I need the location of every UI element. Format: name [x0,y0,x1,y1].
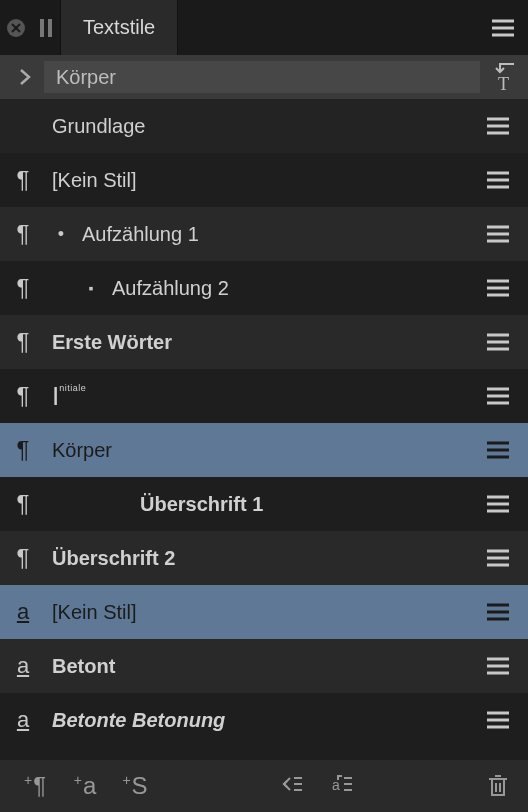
svg-rect-4 [48,19,52,37]
style-row[interactable]: aBetont [0,639,528,693]
hamburger-icon [487,117,509,135]
style-options-button[interactable] [478,117,518,135]
style-label: Erste Wörter [46,331,478,354]
tab-textstyles[interactable]: Textstile [60,0,178,55]
paragraph-style-icon: ¶ [0,166,46,194]
hamburger-icon [487,441,509,459]
style-label: Grundlage [46,115,478,138]
hamburger-icon [492,19,514,37]
create-nested-style-button[interactable] [269,774,319,798]
apply-style-button[interactable]: T [480,62,522,92]
update-style-icon: a [330,774,358,798]
close-panel-button[interactable] [0,0,32,55]
nested-style-icon [280,774,308,798]
hamburger-icon [487,657,509,675]
style-row[interactable]: ¶Körper [0,423,528,477]
hamburger-icon [487,225,509,243]
dock-toggle-button[interactable] [32,0,60,55]
style-row[interactable]: ¶•Aufzählung 1 [0,207,528,261]
style-label: Betonte Betonung [46,709,478,732]
style-label: Körper [46,439,478,462]
panel-menu-button[interactable] [478,0,528,55]
panel-tabbar: Textstile [0,0,528,55]
style-row[interactable]: ¶Überschrift 2 [0,531,528,585]
style-label: [Kein Stil] [46,601,478,624]
update-style-button[interactable]: a [319,774,369,798]
style-label: Überschrift 1 [134,493,478,516]
style-row[interactable]: aBetonte Betonung [0,693,528,747]
style-options-button[interactable] [478,549,518,567]
style-options-button[interactable] [478,387,518,405]
character-style-icon: a [0,707,46,733]
tab-label: Textstile [83,16,155,39]
style-row[interactable]: ¶[Kein Stil] [0,153,528,207]
add-character-style-button[interactable]: +a [60,772,110,800]
style-label: Aufzählung 2 [106,277,478,300]
panel-footer: +¶ +a +S a [0,760,528,812]
paragraph-style-icon: ¶ [0,328,46,356]
chevron-right-icon [19,68,31,86]
style-label: [Kein Stil] [46,169,478,192]
dock-icon [39,18,53,38]
hamburger-icon [487,711,509,729]
style-row[interactable]: Grundlage [0,99,528,153]
style-label: Initiale [46,381,478,412]
current-style-label: Körper [56,66,116,89]
svg-rect-3 [40,19,44,37]
character-style-icon: a [0,653,46,679]
style-row[interactable]: ¶▪Aufzählung 2 [0,261,528,315]
paragraph-style-icon: ¶ [0,382,46,410]
style-label: Betont [46,655,478,678]
style-row[interactable]: a[Kein Stil] [0,585,528,639]
hamburger-icon [487,603,509,621]
character-style-icon: a [0,599,46,625]
style-options-button[interactable] [478,603,518,621]
style-options-button[interactable] [478,333,518,351]
style-options-button[interactable] [478,441,518,459]
paragraph-style-icon: ¶ [0,220,46,248]
svg-text:T: T [498,74,509,92]
style-row[interactable]: ¶Erste Wörter [0,315,528,369]
hamburger-icon [487,333,509,351]
style-row[interactable]: ¶Überschrift 1 [0,477,528,531]
style-options-button[interactable] [478,279,518,297]
bullet-level1-icon: • [46,224,76,245]
delete-style-button[interactable] [478,773,518,799]
close-icon [6,18,26,38]
paragraph-style-icon: ¶ [0,436,46,464]
add-paragraph-style-button[interactable]: +¶ [10,772,60,800]
paragraph-style-icon: ¶ [0,274,46,302]
style-options-button[interactable] [478,171,518,189]
style-label: Aufzählung 1 [76,223,478,246]
paragraph-style-icon: ¶ [0,544,46,572]
paragraph-style-icon: ¶ [0,490,46,518]
current-style-field[interactable]: Körper [44,61,480,93]
apply-style-icon: T [486,62,516,92]
hamburger-icon [487,171,509,189]
trash-icon [486,773,510,799]
style-options-button[interactable] [478,657,518,675]
styles-list: Grundlage¶[Kein Stil]¶•Aufzählung 1¶▪Auf… [0,99,528,760]
style-row[interactable]: ¶Initiale [0,369,528,423]
hamburger-icon [487,495,509,513]
style-options-button[interactable] [478,495,518,513]
hamburger-icon [487,387,509,405]
style-options-button[interactable] [478,711,518,729]
bullet-level2-icon: ▪ [76,280,106,296]
expand-button[interactable] [6,68,44,86]
hamburger-icon [487,279,509,297]
style-options-button[interactable] [478,225,518,243]
current-style-row: Körper T [0,55,528,99]
hamburger-icon [487,549,509,567]
style-label: Überschrift 2 [46,547,478,570]
add-group-button[interactable]: +S [110,772,160,800]
